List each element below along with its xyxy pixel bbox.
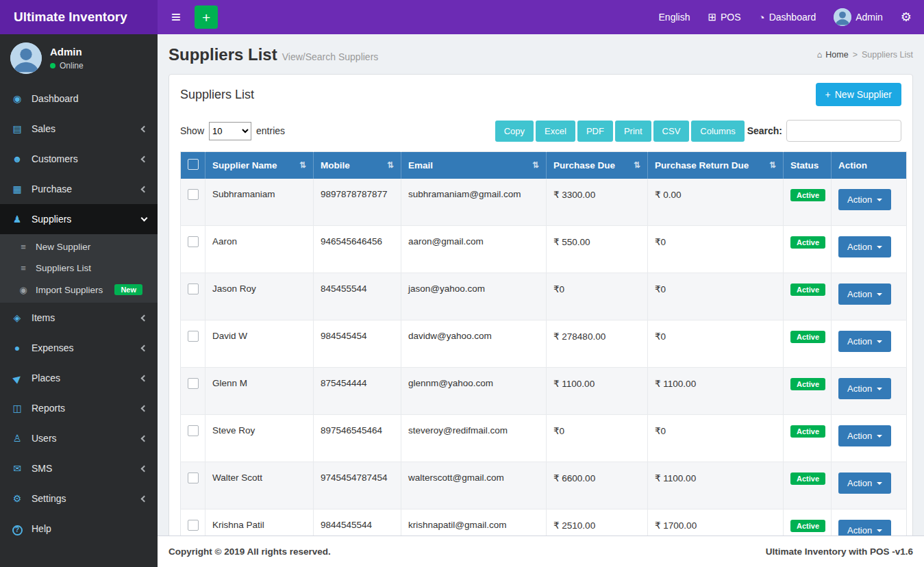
caret-down-icon — [877, 293, 882, 296]
email-cell: walterscott@gmail.com — [401, 462, 547, 509]
purchase-return-due-cell: ₹ 0.00 — [648, 179, 784, 226]
sidebar-item-dashboard[interactable]: ◉ Dashboard — [0, 84, 158, 114]
supplier-name-cell: Aaron — [205, 226, 314, 273]
sidebar-item-label: SMS — [32, 462, 52, 475]
sidebar-item-label: Items — [32, 312, 55, 324]
export-button-group: Copy Excel PDF Print CSV Columns — [495, 121, 745, 142]
sidebar-item-items[interactable]: ◈ Items — [0, 303, 158, 333]
pos-link[interactable]: ⊞ POS — [708, 11, 740, 23]
sidebar-item-sms[interactable]: ✉ SMS — [0, 453, 158, 483]
column-header-supplier-name[interactable]: Supplier Name⇅ — [205, 152, 314, 179]
plus-icon: + — [825, 89, 831, 100]
column-header-purchase-due[interactable]: Purchase Due⇅ — [547, 152, 648, 179]
page-length-select[interactable]: 10 — [209, 122, 251, 140]
supplier-name-cell: Steve Roy — [205, 415, 314, 462]
row-checkbox[interactable] — [188, 331, 199, 342]
action-button[interactable]: Action — [838, 425, 891, 446]
reports-icon: ◫ — [11, 402, 23, 414]
email-cell: aaron@gmail.com — [401, 226, 547, 273]
chevron-down-icon — [141, 214, 148, 221]
places-icon: ▶ — [8, 369, 25, 386]
column-header-status[interactable]: Status — [784, 152, 832, 179]
columns-button[interactable]: Columns — [691, 121, 744, 142]
submenu-item-new-supplier[interactable]: ≡ New Supplier — [0, 236, 158, 257]
online-label: Online — [60, 61, 84, 71]
action-button[interactable]: Action — [838, 331, 891, 352]
status-badge: Active — [790, 331, 825, 343]
submenu-item-suppliers-list[interactable]: ≡ Suppliers List — [0, 257, 158, 279]
row-checkbox[interactable] — [188, 189, 199, 200]
quick-add-button[interactable]: + — [195, 5, 218, 29]
sidebar-item-help[interactable]: ? Help — [0, 514, 158, 544]
row-checkbox[interactable] — [188, 520, 199, 531]
excel-button[interactable]: Excel — [536, 121, 575, 142]
app-window: Ultimate Inventory ≡ + English ⊞ POS ◔ D… — [0, 0, 924, 567]
card-header: Suppliers List + New Supplier — [169, 75, 912, 114]
action-button[interactable]: Action — [838, 236, 891, 257]
sidebar-item-label: Help — [32, 522, 51, 535]
new-supplier-button[interactable]: + New Supplier — [816, 83, 901, 106]
column-header-purchase-return-due[interactable]: Purchase Return Due⇅ — [648, 152, 784, 179]
sort-icon[interactable]: ⇅ — [387, 160, 394, 170]
sort-icon[interactable]: ⇅ — [299, 160, 306, 170]
sidebar-item-suppliers[interactable]: ♟ Suppliers — [0, 204, 158, 234]
supplier-name-cell: Walter Scott — [205, 462, 314, 509]
user-menu[interactable]: Admin — [834, 8, 883, 26]
breadcrumb-home-link[interactable]: ⌂ Home — [817, 50, 849, 60]
language-menu[interactable]: English — [659, 12, 690, 23]
print-button[interactable]: Print — [615, 121, 651, 142]
csv-button[interactable]: CSV — [653, 121, 690, 142]
sidebar-item-settings[interactable]: ⚙ Settings — [0, 483, 158, 514]
submenu-item-label: Import Suppliers — [36, 285, 103, 295]
sort-icon[interactable]: ⇅ — [634, 160, 640, 170]
expenses-icon: ● — [11, 342, 23, 354]
purchase-due-cell: ₹ 3300.00 — [547, 179, 648, 226]
action-button[interactable]: Action — [838, 284, 891, 305]
settings-icon: ⚙ — [11, 492, 23, 505]
table-row: Steve Roy 897546545464 steveroy@redifmai… — [181, 415, 907, 462]
row-checkbox[interactable] — [188, 236, 199, 247]
sidebar-avatar — [10, 42, 42, 74]
sidebar-item-reports[interactable]: ◫ Reports — [0, 393, 158, 423]
entries-label: entries — [256, 125, 285, 136]
column-header-mobile[interactable]: Mobile⇅ — [314, 152, 401, 179]
user-name-label: Admin — [856, 12, 883, 23]
sidebar-item-expenses[interactable]: ● Expenses — [0, 333, 158, 363]
sidebar-item-places[interactable]: ▶ Places — [0, 363, 158, 393]
action-button[interactable]: Action — [838, 189, 891, 210]
action-button[interactable]: Action — [838, 473, 891, 494]
purchase-due-cell: ₹ 6600.00 — [547, 462, 648, 509]
select-all-checkbox[interactable] — [188, 159, 199, 170]
settings-gear-icon[interactable]: ⚙ — [901, 10, 912, 25]
copy-button[interactable]: Copy — [495, 121, 534, 142]
sidebar-item-sales[interactable]: ▤ Sales — [0, 114, 158, 144]
breadcrumb-separator: > — [853, 50, 858, 60]
sidebar-item-label: Customers — [32, 153, 78, 165]
content-header: Suppliers ListView/Search Suppliers ⌂ Ho… — [158, 34, 924, 67]
row-checkbox[interactable] — [188, 378, 199, 389]
sidebar-item-purchase[interactable]: ▦ Purchase — [0, 174, 158, 204]
row-checkbox[interactable] — [188, 284, 199, 294]
suppliers-submenu: ≡ New Supplier ≡ Suppliers List ◉ Import… — [0, 234, 158, 303]
sidebar-item-label: Expenses — [32, 342, 73, 354]
online-dot-icon — [50, 63, 55, 68]
pdf-button[interactable]: PDF — [577, 121, 613, 142]
dashboard-link[interactable]: ◔ Dashboard — [759, 12, 816, 23]
sidebar-toggle-icon[interactable]: ≡ — [167, 6, 185, 28]
row-checkbox[interactable] — [188, 473, 199, 483]
purchase-due-cell: ₹ 550.00 — [547, 226, 648, 273]
sidebar-item-customers[interactable]: ☻ Customers — [0, 144, 158, 174]
sort-icon[interactable]: ⇅ — [532, 160, 539, 170]
pos-label: POS — [721, 12, 741, 23]
chevron-left-icon — [141, 155, 148, 162]
status-badge: Active — [790, 425, 825, 438]
column-header-email[interactable]: Email⇅ — [401, 152, 547, 179]
submenu-item-import-suppliers[interactable]: ◉ Import Suppliers New — [0, 279, 158, 301]
action-button[interactable]: Action — [838, 378, 891, 399]
mobile-cell: 845455544 — [314, 273, 401, 320]
row-checkbox[interactable] — [188, 425, 199, 436]
sort-icon[interactable]: ⇅ — [769, 160, 776, 170]
email-cell: glennm@yahoo.com — [401, 368, 547, 415]
search-input[interactable] — [786, 120, 901, 142]
sidebar-item-users[interactable]: ♙ Users — [0, 423, 158, 453]
